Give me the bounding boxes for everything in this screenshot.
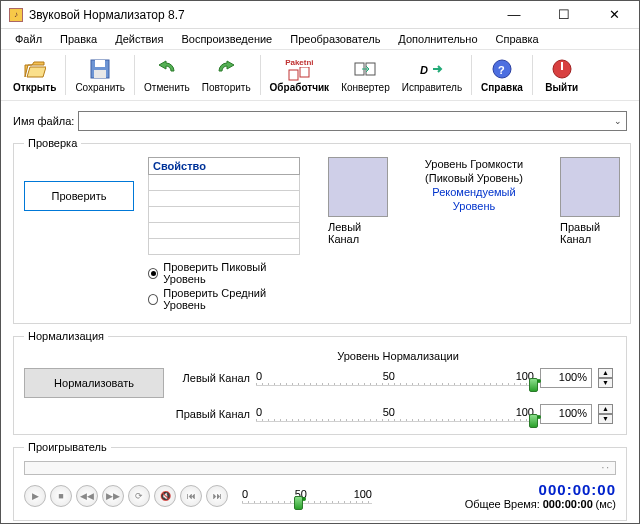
undo-icon — [155, 57, 179, 81]
prev-button[interactable]: ⏮ — [180, 485, 202, 507]
radio-average[interactable]: Проверить Средний Уровень — [148, 287, 300, 311]
redo-icon — [214, 57, 238, 81]
down-icon: ▼ — [598, 378, 613, 388]
left-channel-label: Левый Канал — [328, 221, 388, 245]
right-channel-label: Правый Канал — [560, 221, 620, 245]
convert-icon — [353, 57, 377, 81]
exit-icon — [550, 57, 574, 81]
svg-rect-1 — [95, 60, 105, 67]
menu-file[interactable]: Файл — [7, 31, 50, 47]
menu-playback[interactable]: Воспроизведение — [173, 31, 280, 47]
right-slider[interactable]: 050100 — [256, 406, 534, 422]
left-percent-input[interactable]: 100% — [540, 368, 592, 388]
svg-rect-3 — [289, 70, 298, 80]
rewind-button[interactable]: ◀◀ — [76, 485, 98, 507]
property-row — [148, 223, 300, 239]
toolbar: Открыть Сохранить Отменить Повторить Pak… — [1, 49, 639, 101]
player-group: Проигрыватель ∙∙ ▶ ■ ◀◀ ▶▶ ⟳ 🔇 ⏮ ⏭ 05010… — [13, 441, 627, 521]
right-spinner[interactable]: ▲▼ — [598, 404, 616, 424]
left-channel-preview — [328, 157, 388, 217]
save-icon — [88, 57, 112, 81]
slider-thumb-icon[interactable] — [294, 496, 303, 510]
menu-bar: Файл Правка Действия Воспроизведение Пре… — [1, 29, 639, 49]
time-display: 000:00:00 Общее Время: 000:00:00 (мс) — [465, 481, 616, 510]
svg-rect-11 — [561, 62, 563, 70]
left-spinner[interactable]: ▲▼ — [598, 368, 616, 388]
right-channel-preview — [560, 157, 620, 217]
svg-text:?: ? — [498, 64, 505, 76]
property-row — [148, 175, 300, 191]
minimize-button[interactable]: — — [497, 5, 531, 25]
volume-labels: Уровень Громкости (Пиковый Уровень) Реко… — [414, 157, 534, 213]
exit-label: Выйти — [545, 82, 578, 93]
svg-rect-4 — [300, 67, 309, 77]
undo-label: Отменить — [144, 82, 190, 93]
right-percent-input[interactable]: 100% — [540, 404, 592, 424]
down-icon: ▼ — [598, 414, 613, 424]
redo-button[interactable]: Повторить — [196, 51, 257, 99]
convert-button[interactable]: Конвертер — [335, 51, 396, 99]
maximize-button[interactable]: ☐ — [547, 5, 581, 25]
normalize-group: Нормализация Уровень Нормализации Нормал… — [13, 330, 627, 435]
mute-button[interactable]: 🔇 — [154, 485, 176, 507]
stop-button[interactable]: ■ — [50, 485, 72, 507]
menu-edit[interactable]: Правка — [52, 31, 105, 47]
radio-icon — [148, 268, 158, 279]
slider-thumb-icon[interactable] — [529, 378, 538, 392]
undo-button[interactable]: Отменить — [138, 51, 196, 99]
current-time: 000:00:00 — [465, 481, 616, 498]
menu-actions[interactable]: Действия — [107, 31, 171, 47]
help-label: Справка — [481, 82, 523, 93]
up-icon: ▲ — [598, 404, 613, 414]
batch-label: Обработчик — [270, 82, 330, 93]
slider-thumb-icon[interactable] — [529, 414, 538, 428]
norm-left-label: Левый Канал — [170, 372, 250, 384]
batch-button[interactable]: Paketni Обработчик — [264, 51, 336, 99]
window-title: Звуковой Нормализатор 8.7 — [29, 8, 497, 22]
radio-peak[interactable]: Проверить Пиковый Уровень — [148, 261, 300, 285]
next-button[interactable]: ⏭ — [206, 485, 228, 507]
norm-level-label: Уровень Нормализации — [256, 350, 540, 362]
convert-label: Конвертер — [341, 82, 390, 93]
forward-button[interactable]: ▶▶ — [102, 485, 124, 507]
title-bar: ♪ Звуковой Нормализатор 8.7 — ☐ ✕ — [1, 1, 639, 29]
redo-label: Повторить — [202, 82, 251, 93]
check-legend: Проверка — [24, 137, 81, 149]
left-slider[interactable]: 050100 — [256, 370, 534, 386]
chevron-down-icon: ⌄ — [610, 116, 626, 126]
property-table: Свойство — [148, 157, 300, 255]
open-icon — [23, 57, 47, 81]
exit-button[interactable]: Выйти — [536, 51, 588, 99]
help-icon: ? — [490, 57, 514, 81]
window-controls: — ☐ ✕ — [497, 5, 631, 25]
up-icon: ▲ — [598, 368, 613, 378]
check-group: Проверка Проверить Свойство Проверить Пи… — [13, 137, 631, 324]
fix-button[interactable]: D Исправитель — [396, 51, 468, 99]
property-row — [148, 239, 300, 255]
progress-dots-icon: ∙∙ — [601, 462, 611, 473]
property-row — [148, 207, 300, 223]
normalize-legend: Нормализация — [24, 330, 108, 342]
position-slider[interactable]: 050100 — [242, 488, 372, 504]
open-button[interactable]: Открыть — [7, 51, 62, 99]
fix-label: Исправитель — [402, 82, 462, 93]
player-legend: Проигрыватель — [24, 441, 111, 453]
play-button[interactable]: ▶ — [24, 485, 46, 507]
loop-button[interactable]: ⟳ — [128, 485, 150, 507]
menu-extra[interactable]: Дополнительно — [390, 31, 485, 47]
filename-label: Имя файла: — [13, 115, 74, 127]
menu-converter[interactable]: Преобразователь — [282, 31, 388, 47]
filename-combo[interactable]: ⌄ — [78, 111, 627, 131]
save-button[interactable]: Сохранить — [69, 51, 131, 99]
filename-row: Имя файла: ⌄ — [13, 111, 627, 131]
normalize-button[interactable]: Нормализовать — [24, 368, 164, 398]
save-label: Сохранить — [75, 82, 125, 93]
check-button[interactable]: Проверить — [24, 181, 134, 211]
app-icon: ♪ — [9, 8, 23, 22]
menu-help[interactable]: Справка — [488, 31, 547, 47]
norm-right-label: Правый Канал — [170, 408, 250, 420]
help-button[interactable]: ? Справка — [475, 51, 529, 99]
progress-bar[interactable]: ∙∙ — [24, 461, 616, 475]
svg-text:D: D — [420, 64, 428, 76]
close-button[interactable]: ✕ — [597, 5, 631, 25]
